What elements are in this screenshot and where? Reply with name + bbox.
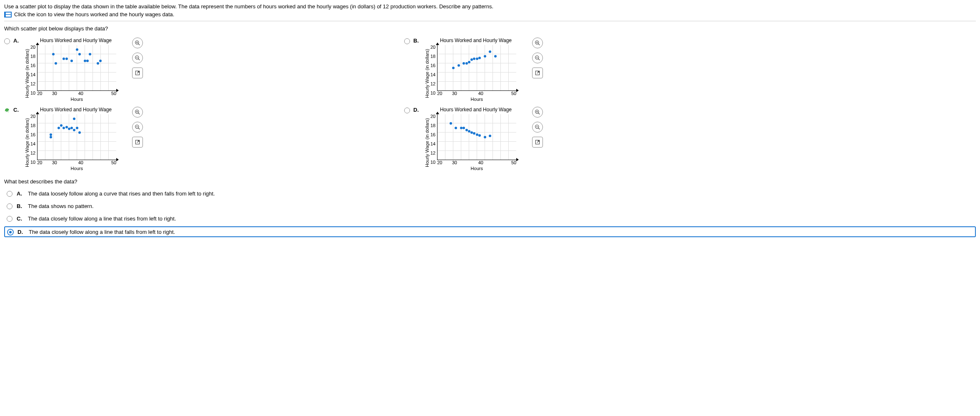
open-new-window-icon[interactable]: [132, 137, 143, 148]
plot-B-title: Hours Worked and Hourly Wage: [424, 38, 528, 43]
plot-A-area: [37, 45, 116, 91]
choice-B: B. Hours Worked and Hourly Wage Hourly W…: [404, 38, 654, 102]
data-link-text[interactable]: Click the icon to view the hours worked …: [14, 11, 174, 18]
plot-C-xlabel: Hours: [37, 166, 116, 171]
radio2-B[interactable]: [7, 203, 12, 209]
svg-line-14: [538, 59, 540, 60]
plot-B-yticks: 2018 1614 1210: [430, 45, 437, 91]
plot-D-yticks: 2018 1614 1210: [430, 114, 437, 160]
radio2-C[interactable]: [7, 216, 12, 222]
data-point: [60, 124, 62, 127]
svg-line-17: [537, 72, 539, 74]
plot-C: Hours Worked and Hourly Wage Hourly Wage…: [24, 107, 128, 171]
data-point: [78, 131, 81, 134]
answer-D-label: D.: [18, 229, 23, 235]
choice-C: C. Hours Worked and Hourly Wage Hourly W…: [4, 107, 254, 171]
plot-A-ylabel: Hourly Wage (in dollars): [24, 45, 30, 102]
zoom-out-icon[interactable]: [132, 53, 143, 63]
svg-line-19: [138, 113, 140, 115]
data-point: [473, 132, 475, 135]
plot-A-title: Hours Worked and Hourly Wage: [24, 38, 128, 43]
data-point: [476, 58, 478, 60]
svg-line-26: [137, 141, 139, 143]
plot-D-title: Hours Worked and Hourly Wage: [424, 107, 528, 113]
data-point: [84, 60, 86, 62]
data-point: [52, 53, 55, 55]
answer-C[interactable]: C. The data closely follow along a line …: [4, 214, 976, 223]
data-point: [465, 129, 468, 131]
data-point: [462, 127, 465, 129]
radio-A[interactable]: [4, 38, 10, 44]
answer-C-label: C.: [17, 216, 22, 222]
data-point: [450, 122, 452, 125]
data-point: [99, 60, 102, 62]
data-point: [76, 48, 78, 51]
radio2-D[interactable]: [8, 229, 13, 235]
answer-D-text: The data closely follow along a line tha…: [29, 229, 175, 235]
data-point: [462, 62, 465, 65]
answer-A-label: A.: [17, 190, 22, 197]
data-point: [458, 64, 460, 67]
data-point: [70, 127, 73, 129]
data-point: [476, 133, 478, 136]
plot-A: Hours Worked and Hourly Wage Hourly Wage…: [24, 38, 128, 102]
svg-line-10: [538, 44, 540, 45]
data-point: [484, 136, 486, 138]
plot-C-ylabel: Hourly Wage (in dollars): [24, 114, 30, 171]
plot-B-xlabel: Hours: [437, 97, 516, 102]
zoom-in-icon[interactable]: [132, 107, 143, 118]
choice-A-label: A.: [13, 38, 19, 44]
zoom-out-icon[interactable]: [532, 53, 543, 63]
data-point: [68, 128, 70, 130]
plot-B-area: [437, 45, 516, 91]
plot-A-xticks: 20 30 40 50: [37, 91, 116, 96]
answer-D[interactable]: D. The data closely follow along a line …: [4, 226, 976, 237]
data-point: [76, 127, 78, 129]
data-point: [70, 60, 73, 62]
plot-C-yticks: 2018 1614 1210: [30, 114, 37, 160]
answer-A[interactable]: A. The data loosely follow along a curve…: [4, 189, 976, 198]
data-point: [62, 58, 65, 60]
data-point: [478, 134, 481, 137]
data-point: [86, 60, 89, 62]
data-point: [494, 55, 497, 58]
radio-C[interactable]: [4, 108, 10, 113]
radio-B[interactable]: [404, 38, 410, 44]
plot-C-area: [37, 114, 116, 160]
data-point: [50, 136, 52, 138]
zoom-in-icon[interactable]: [132, 38, 143, 48]
data-point: [55, 62, 57, 65]
plot-A-yticks: 2018 1614 1210: [30, 45, 37, 91]
choice-A: A. Hours Worked and Hourly Wage Hourly W…: [4, 38, 254, 102]
plot-D-ylabel: Hourly Wage (in dollars): [424, 114, 430, 171]
zoom-in-icon[interactable]: [532, 107, 543, 118]
zoom-out-icon[interactable]: [532, 122, 543, 133]
answer-B[interactable]: B. The data shows no pattern.: [4, 201, 976, 211]
open-new-window-icon[interactable]: [132, 68, 143, 78]
question2-text: What best describes the data?: [4, 178, 976, 185]
choice-D: D. Hours Worked and Hourly Wage Hourly W…: [404, 107, 654, 171]
plot-D-xticks: 20 30 40 50: [437, 160, 516, 165]
svg-line-32: [538, 128, 540, 130]
plot-D: Hours Worked and Hourly Wage Hourly Wage…: [424, 107, 528, 171]
data-table-icon[interactable]: [4, 12, 12, 18]
data-point: [89, 53, 91, 55]
open-new-window-icon[interactable]: [532, 68, 543, 78]
choice-C-label: C.: [13, 107, 19, 113]
open-new-window-icon[interactable]: [532, 137, 543, 148]
radio2-A[interactable]: [7, 191, 12, 197]
plot-A-xlabel: Hours: [37, 97, 116, 102]
data-point: [73, 129, 75, 131]
problem-intro: Use a scatter plot to display the data s…: [4, 3, 976, 18]
zoom-out-icon[interactable]: [132, 122, 143, 133]
data-point: [62, 127, 65, 129]
separator: [4, 21, 976, 21]
choice-D-label: D.: [413, 107, 419, 113]
radio-D[interactable]: [404, 108, 410, 113]
svg-line-35: [537, 141, 539, 143]
zoom-in-icon[interactable]: [532, 38, 543, 48]
data-point: [470, 131, 473, 134]
data-point: [65, 126, 68, 128]
data-point: [73, 118, 75, 120]
svg-line-23: [138, 128, 140, 130]
